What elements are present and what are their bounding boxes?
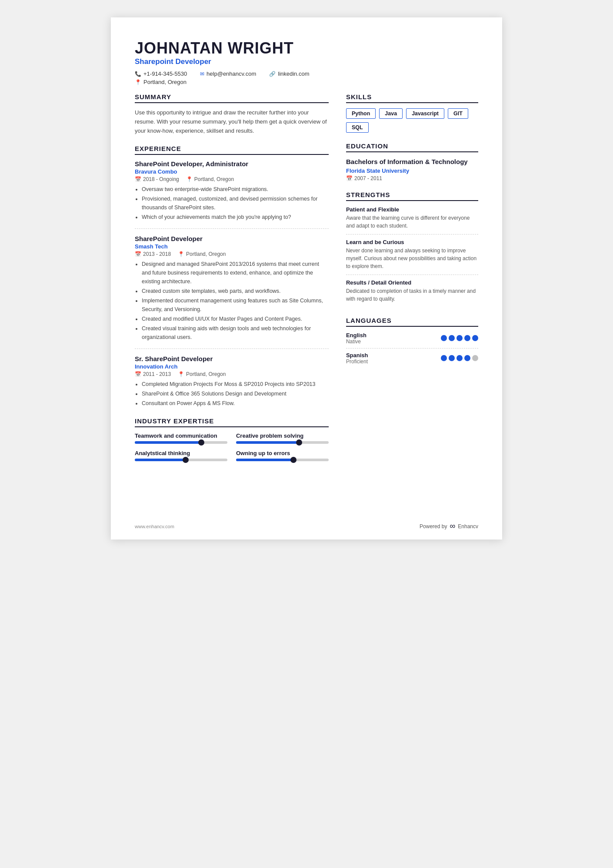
skill-git: GIT (448, 108, 468, 119)
bullet-1-1: Created custom site templates, web parts… (142, 287, 329, 295)
expertise-label-1: Creative problem solving (236, 432, 329, 439)
expertise-bar-fill-2 (135, 459, 186, 461)
edu-dates: 2007 - 2011 (354, 175, 382, 181)
experience-title: EXPERIENCE (135, 145, 329, 155)
bullet-2-2: Consultant on Power Apps & MS Flow. (142, 399, 329, 408)
expertise-item-2: Analytstical thinking (135, 450, 227, 461)
dot-1-0 (441, 355, 447, 361)
pin-icon-1: 📍 (178, 251, 184, 257)
languages-section: LANGUAGES English Native (346, 317, 478, 368)
resume-page: JOHNATAN WRIGHT Sharepoint Developer 📞 +… (111, 17, 502, 540)
summary-section: SUMMARY Use this opportunity to intrigue… (135, 93, 329, 135)
expertise-bar-knob-3 (290, 457, 297, 463)
right-column: SKILLS Python Java Javascript GIT SQL ED… (346, 93, 478, 471)
exp-meta-0: 📅 2018 - Ongoing 📍 Portland, Oregon (135, 176, 329, 182)
expertise-label-2: Analytstical thinking (135, 450, 227, 456)
skill-javascript: Javascript (406, 108, 444, 119)
dot-1-4 (472, 355, 478, 361)
footer-website: www.enhancv.com (135, 524, 174, 529)
strength-title-2: Results / Detail Oriented (346, 279, 478, 286)
strength-desc-2: Dedicated to completion of tasks in a ti… (346, 287, 478, 303)
summary-text: Use this opportunity to intrigue and dra… (135, 108, 329, 135)
edu-calendar-icon: 📅 (346, 175, 353, 181)
footer-brand: Enhancv (458, 523, 478, 530)
lang-name-0: English (346, 332, 366, 338)
exp-dates-1: 📅 2013 - 2018 (135, 251, 171, 257)
strengths-title: STRENGTHS (346, 191, 478, 201)
expertise-label-0: Teamwork and communication (135, 432, 227, 439)
strength-title-1: Learn and be Curious (346, 239, 478, 245)
lang-name-1: Spanish (346, 352, 368, 359)
skills-title: SKILLS (346, 93, 478, 103)
exp-item-2: Sr. SharePoint Developer Innovation Arch… (135, 349, 329, 408)
email-contact: ✉ help@enhancv.com (200, 70, 256, 77)
bullet-2-1: SharePoint & Office 365 Solutions Design… (142, 389, 329, 398)
expertise-bar-track-0 (135, 441, 227, 444)
calendar-icon-1: 📅 (135, 251, 141, 257)
footer-logo: Powered by ∞ Enhancv (420, 522, 478, 531)
summary-title: SUMMARY (135, 93, 329, 103)
strength-title-0: Patient and Flexible (346, 206, 478, 213)
dot-0-0 (441, 335, 447, 341)
exp-bullets-1: Designed and managed SharePoint 2013/201… (135, 260, 329, 342)
industry-expertise-title: INDUSTRY EXPERTISE (135, 417, 329, 427)
expertise-item-1: Creative problem solving (236, 432, 329, 444)
candidate-title: Sharepoint Developer (135, 57, 478, 66)
resume-header: JOHNATAN WRIGHT Sharepoint Developer 📞 +… (135, 39, 478, 85)
edu-degree: Bachelors of Information & Technology (346, 158, 478, 166)
expertise-bar-fill-1 (236, 441, 299, 444)
footer: www.enhancv.com Powered by ∞ Enhancv (135, 522, 478, 531)
exp-role-2: Sr. SharePoint Developer (135, 355, 329, 362)
linkedin-contact: 🔗 linkedin.com (269, 70, 309, 77)
linkedin-value: linkedin.com (278, 70, 309, 77)
dot-0-4 (472, 335, 478, 341)
bullet-1-3: Created and modified UI/UX for Master Pa… (142, 315, 329, 323)
bullet-2-0: Completed Migration Projects For Moss & … (142, 380, 329, 389)
expertise-bar-track-3 (236, 459, 329, 461)
exp-company-0: Bravura Combo (135, 168, 329, 175)
location-contact: 📍 Portland, Oregon (135, 79, 187, 85)
languages-title: LANGUAGES (346, 317, 478, 327)
strength-item-0: Patient and Flexible Aware that the lear… (346, 206, 478, 235)
expertise-bar-knob-2 (183, 457, 189, 463)
education-title: EDUCATION (346, 142, 478, 152)
industry-expertise-section: INDUSTRY EXPERTISE Teamwork and communic… (135, 417, 329, 461)
lang-left-1: Spanish Proficient (346, 352, 368, 365)
contact-row: 📞 +1-914-345-5530 ✉ help@enhancv.com 🔗 l… (135, 70, 478, 77)
expertise-item-3: Owning up to errors (236, 450, 329, 461)
link-icon: 🔗 (269, 71, 276, 77)
location-value: Portland, Oregon (143, 79, 187, 85)
exp-company-2: Innovation Arch (135, 363, 329, 370)
exp-dates-0: 📅 2018 - Ongoing (135, 176, 179, 182)
expertise-bar-knob-1 (296, 439, 302, 446)
skill-java: Java (379, 108, 403, 119)
exp-dates-2: 📅 2011 - 2013 (135, 371, 171, 377)
email-icon: ✉ (200, 71, 204, 77)
expertise-bar-track-1 (236, 441, 329, 444)
lang-left-0: English Native (346, 332, 366, 345)
exp-meta-2: 📅 2011 - 2013 📍 Portland, Oregon (135, 371, 329, 377)
bullet-1-4: Created visual training aids with design… (142, 324, 329, 342)
bullet-0-2: Which of your achievements match the job… (142, 213, 329, 221)
expertise-bar-track-2 (135, 459, 227, 461)
experience-section: EXPERIENCE SharePoint Developer, Adminis… (135, 145, 329, 408)
dot-1-2 (456, 355, 463, 361)
expertise-item-0: Teamwork and communication (135, 432, 227, 444)
exp-item-1: SharePoint Developer Smash Tech 📅 2013 -… (135, 228, 329, 342)
skill-python: Python (346, 108, 376, 119)
pin-icon-0: 📍 (186, 176, 193, 182)
phone-value: +1-914-345-5530 (143, 70, 187, 77)
expertise-label-3: Owning up to errors (236, 450, 329, 456)
left-column: SUMMARY Use this opportunity to intrigue… (135, 93, 329, 471)
edu-school: Florida State University (346, 168, 478, 174)
exp-meta-1: 📅 2013 - 2018 📍 Portland, Oregon (135, 251, 329, 257)
candidate-name: JOHNATAN WRIGHT (135, 39, 478, 57)
skills-tags: Python Java Javascript GIT SQL (346, 108, 478, 133)
edu-meta: 📅 2007 - 2011 (346, 175, 478, 181)
expertise-bar-fill-3 (236, 459, 293, 461)
pin-icon-2: 📍 (178, 371, 184, 377)
strengths-section: STRENGTHS Patient and Flexible Aware tha… (346, 191, 478, 307)
location-icon: 📍 (135, 79, 141, 85)
expertise-bar-knob-0 (198, 439, 204, 446)
bullet-0-1: Provisioned, managed, customized, and de… (142, 194, 329, 212)
